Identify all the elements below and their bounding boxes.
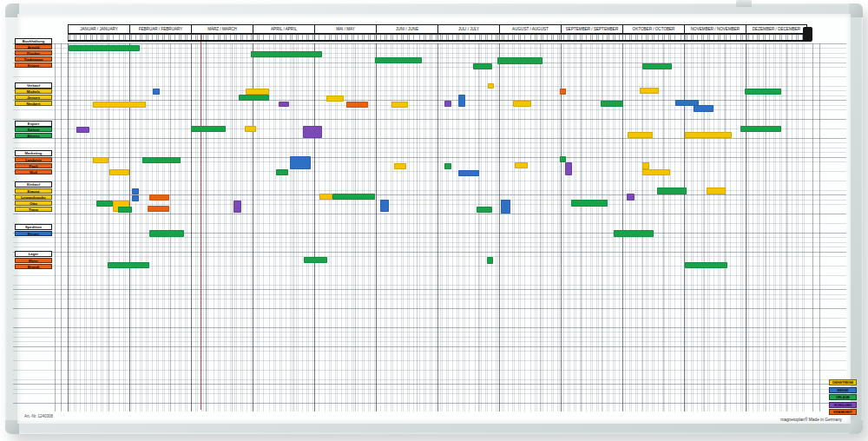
row-label-plate: Brandt: [15, 264, 52, 269]
group-header-plate: Buchhaltung: [15, 38, 52, 44]
label-column-divider: [61, 43, 62, 411]
group-header-plate: Einkauf: [15, 181, 52, 188]
legend-item: SCHULUNG: [829, 402, 857, 408]
magnet-bar-blue: [132, 195, 139, 201]
magnet-bar-blue: [290, 156, 311, 169]
magnet-bar-green: [251, 51, 322, 57]
magnet-bar-purple: [444, 101, 451, 107]
magnet-bar-green: [276, 169, 288, 175]
current-date-line: [201, 26, 201, 410]
magnet-bar-green: [69, 45, 140, 51]
magnet-bar-green: [332, 194, 375, 200]
magnet-bar-green: [614, 230, 654, 237]
magnet-bar-orange: [346, 102, 368, 108]
magnet-bar-green: [601, 101, 623, 107]
grid-day-lines: [68, 43, 807, 411]
magnet-bar-green: [560, 156, 566, 162]
magnet-bar-purple: [233, 201, 241, 213]
magnet-bar-blue: [132, 188, 139, 194]
row-label-plate: Krause: [15, 188, 52, 194]
right-margin-divider: [812, 43, 813, 411]
wall-hook: [736, 0, 752, 7]
magnet-bar-yellow: [685, 132, 732, 138]
legend-item: URLAUB: [829, 394, 857, 400]
month-label: SEPTEMBER / SEPTEMBER: [561, 24, 622, 34]
row-label-plate: Neubert: [15, 101, 52, 106]
right-margin-divider: [819, 43, 820, 411]
magnet-bar-blue: [501, 200, 510, 214]
magnet-bar-orange: [560, 89, 566, 95]
magnet-bar-yellow: [394, 163, 406, 169]
legend-item: KRANKHEIT: [829, 409, 857, 415]
magnet-bar-yellow: [326, 95, 344, 102]
row-label-plate: Wolf: [15, 169, 52, 174]
row-label-plate: Otto: [15, 201, 52, 206]
row-label-plate: Steiner: [15, 127, 52, 132]
magnet-bar-yellow: [391, 102, 408, 108]
magnet-bar-orange: [149, 194, 169, 201]
frame-corner: [849, 3, 863, 17]
brand-caption: magnetoplan® Made in Germany: [780, 418, 842, 422]
date-slider-knob: [803, 27, 812, 42]
month-label: NOVEMBER / NOVEMBER: [684, 24, 746, 34]
row-label-plate: Krüger: [15, 63, 52, 68]
magnet-bar-green: [304, 257, 327, 263]
magnet-bar-green: [477, 207, 492, 213]
month-label: DEZEMBER / DECEMBER: [746, 24, 807, 34]
magnet-bar-green: [473, 63, 492, 69]
row-label-plate: Pauli: [15, 163, 52, 168]
magnet-bar-green: [487, 257, 493, 264]
row-label-plate: Tiedemann: [15, 56, 52, 62]
magnet-bar-yellow: [246, 89, 269, 95]
magnet-bar-blue: [458, 170, 479, 176]
magnet-bar-purple: [76, 127, 89, 133]
magnet-bar-green: [745, 89, 781, 95]
magnet-bar-yellow: [515, 162, 528, 168]
magnet-bar-green: [149, 230, 184, 237]
magnet-bar-yellow: [640, 88, 659, 94]
month-label: FEBRUAR / FEBRUARY: [129, 24, 191, 34]
month-label: MÄRZ / MARCH: [191, 24, 253, 34]
magnet-bar-purple: [279, 102, 289, 107]
magnet-bar-yellow: [707, 188, 726, 194]
magnet-bar-green: [571, 200, 608, 207]
month-label: OKTOBER / OCTOBER: [622, 24, 684, 34]
magnet-bar-green: [118, 207, 132, 213]
magnet-bar-green: [740, 126, 781, 132]
magnet-bar-yellow: [642, 169, 670, 175]
month-label: JULI / JULY: [437, 24, 499, 34]
magnet-bar-yellow: [93, 102, 146, 108]
month-label: APRIL / APRIL: [253, 24, 314, 34]
magnet-bar-green: [96, 201, 113, 207]
day-number-strip: [68, 34, 807, 42]
row-label-plate: Timm: [15, 207, 52, 212]
row-label-plate: Arnold: [15, 44, 52, 49]
magnet-bar-purple: [627, 194, 635, 201]
magnet-bar-purple: [303, 126, 322, 138]
month-header-strip: JANUAR / JANUARYFEBRUAR / FEBRUARYMÄRZ /…: [68, 24, 807, 34]
group-header-plate: Spedition: [15, 224, 52, 230]
magnet-bar-green: [444, 163, 451, 169]
magnet-bar-yellow: [245, 126, 256, 132]
magnet-bar-green: [497, 57, 542, 64]
frame-corner: [849, 420, 863, 434]
magnet-bar-green: [657, 188, 687, 194]
month-label: AUGUST / AUGUST: [499, 24, 561, 34]
legend-item: DIENSTREISE: [829, 379, 857, 385]
row-label-plate: Ahrens: [15, 133, 52, 138]
magnet-bar-yellow: [93, 157, 108, 163]
row-label-plate: Jensen: [15, 95, 52, 100]
magnet-bar-green: [142, 157, 181, 163]
row-label-plate: Berger: [15, 231, 52, 236]
row-label-plate: Michels: [15, 89, 52, 94]
label-column-divider: [55, 43, 56, 411]
magnet-bar-green: [685, 262, 727, 268]
magnet-bar-blue: [380, 200, 389, 212]
magnet-bar-green: [642, 63, 672, 69]
month-label: JUNI / JUNE: [376, 24, 437, 34]
magnet-bar-green: [375, 57, 422, 63]
magnet-bar-yellow: [642, 162, 649, 169]
group-header-plate: Verkauf: [15, 82, 52, 89]
magnet-bar-green: [239, 95, 269, 101]
magnet-bar-green: [191, 126, 226, 132]
